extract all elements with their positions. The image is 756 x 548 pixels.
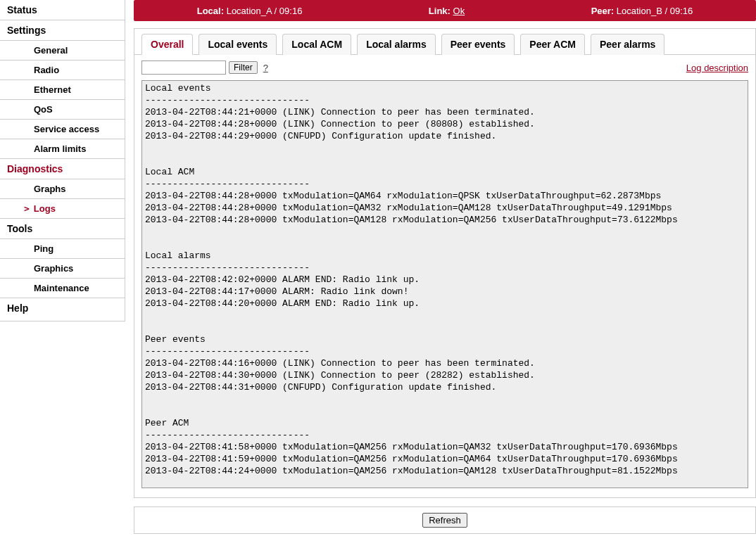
sidebar-item-maintenance[interactable]: Maintenance [0, 279, 125, 298]
tab-local-acm[interactable]: Local ACM [282, 34, 351, 55]
status-peer-value: Location_B / 09:16 [617, 6, 693, 16]
sidebar-item-diagnostics[interactable]: Diagnostics [0, 159, 125, 179]
tab-local-alarms[interactable]: Local alarms [357, 34, 436, 55]
filter-row: Filter ? Log description [134, 55, 755, 80]
sidebar-item-status[interactable]: Status [0, 0, 125, 20]
status-peer: Peer: Location_B / 09:16 [591, 6, 693, 16]
sidebar-item-tools[interactable]: Tools [0, 219, 125, 239]
status-local-label: Local: [197, 6, 224, 16]
status-link: Link: Ok [429, 6, 465, 16]
refresh-button[interactable]: Refresh [422, 513, 467, 528]
sidebar: Status Settings General Radio Ethernet Q… [0, 0, 125, 321]
status-local-value: Location_A / 09:16 [227, 6, 303, 16]
status-link-value[interactable]: Ok [453, 6, 465, 16]
tab-peer-alarms[interactable]: Peer alarms [591, 34, 664, 55]
sidebar-item-graphics[interactable]: Graphics [0, 259, 125, 279]
filter-input[interactable] [141, 60, 226, 75]
sidebar-item-logs[interactable]: Logs [0, 199, 125, 219]
sidebar-item-qos[interactable]: QoS [0, 100, 125, 120]
sidebar-item-ping[interactable]: Ping [0, 239, 125, 259]
status-link-label: Link: [429, 6, 451, 16]
sidebar-item-ethernet[interactable]: Ethernet [0, 80, 125, 100]
tab-bar: Overall Local events Local ACM Local ala… [134, 29, 755, 55]
main-content: Local: Location_A / 09:16 Link: Ok Peer:… [125, 0, 756, 542]
log-description-link[interactable]: Log description [686, 63, 748, 73]
tab-peer-acm[interactable]: Peer ACM [520, 34, 585, 55]
logs-panel: Overall Local events Local ACM Local ala… [134, 28, 756, 498]
log-textarea[interactable] [141, 80, 748, 488]
refresh-bar: Refresh [134, 506, 756, 534]
filter-button[interactable]: Filter [229, 61, 258, 74]
sidebar-item-radio[interactable]: Radio [0, 60, 125, 80]
status-bar: Local: Location_A / 09:16 Link: Ok Peer:… [134, 0, 756, 21]
status-peer-label: Peer: [591, 6, 615, 16]
tab-local-events[interactable]: Local events [199, 34, 277, 55]
filter-help-icon[interactable]: ? [263, 63, 268, 73]
sidebar-item-service-access[interactable]: Service access [0, 120, 125, 139]
sidebar-item-settings[interactable]: Settings [0, 20, 125, 41]
sidebar-item-general[interactable]: General [0, 41, 125, 60]
sidebar-item-help[interactable]: Help [0, 298, 125, 318]
tab-overall[interactable]: Overall [141, 34, 193, 55]
sidebar-item-graphs[interactable]: Graphs [0, 179, 125, 199]
sidebar-item-alarm-limits[interactable]: Alarm limits [0, 139, 125, 159]
tab-peer-events[interactable]: Peer events [441, 34, 515, 55]
status-local: Local: Location_A / 09:16 [197, 6, 303, 16]
